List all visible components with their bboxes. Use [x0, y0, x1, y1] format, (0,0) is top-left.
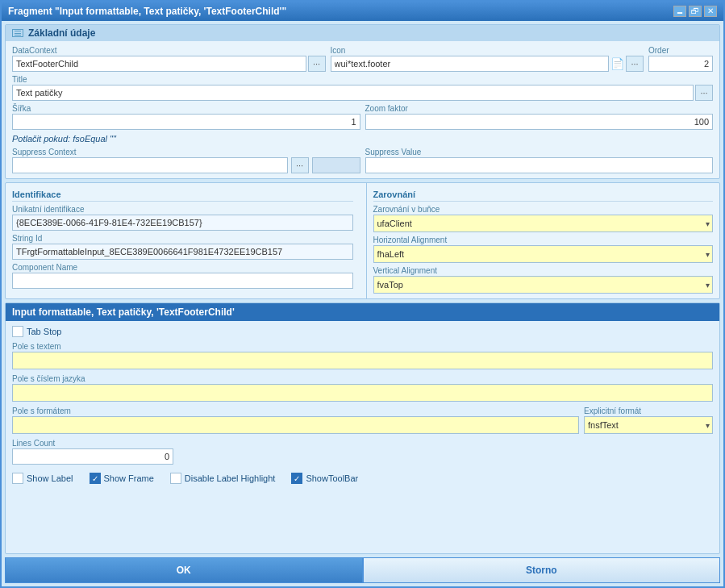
component-name-label: Component Name	[12, 263, 353, 272]
lines-count-input[interactable]	[12, 448, 173, 465]
pole-textem-input[interactable]	[12, 352, 713, 369]
vertical-label: Vertical Alignment	[373, 266, 714, 275]
minimize-button[interactable]: 🗕	[673, 6, 686, 17]
window-title: Fragment "Input formattable, Text patičk…	[8, 6, 286, 17]
horizontal-field: Horizontal Alignment fhaLeft	[373, 236, 714, 263]
datacontext-browse-button[interactable]: ···	[308, 56, 326, 72]
checkboxes-row: Show Label Show Frame Disable Label High…	[12, 469, 713, 487]
storno-button[interactable]: Storno	[363, 557, 721, 583]
icon-field: Icon 📄 ···	[331, 46, 644, 72]
component-name-field: Component Name	[12, 263, 353, 289]
zarovnani-panel: Zarovnání Zarovnání v buňce ufaClient Ho…	[366, 183, 720, 298]
suppress-context-label: Suppress Context	[12, 148, 360, 156]
show-label-item: Show Label	[12, 473, 73, 484]
icon-input[interactable]	[331, 56, 610, 72]
show-toolbar-text: ShowToolBar	[306, 473, 358, 483]
component-name-input[interactable]	[12, 273, 353, 289]
ok-button[interactable]: OK	[5, 557, 363, 583]
title-field: Title ···	[12, 75, 713, 101]
order-input[interactable]	[648, 56, 713, 72]
row-sirka: Šířka Zoom faktor	[12, 104, 713, 130]
show-frame-checkbox[interactable]	[90, 473, 101, 484]
show-frame-text: Show Frame	[104, 473, 154, 483]
explicitni-label: Explicitní formát	[584, 407, 713, 415]
zakladni-udaje-form: DataContext ··· Icon 📄 ···	[6, 41, 719, 178]
icon-file-icon: 📄	[610, 57, 624, 70]
row-datacontext: DataContext ··· Icon 📄 ···	[12, 46, 713, 72]
suppress-context-action-button[interactable]	[312, 157, 360, 173]
show-label-checkbox[interactable]	[12, 473, 23, 484]
zoom-input[interactable]	[365, 114, 714, 130]
row-formatem: Pole s formátem Explicitní formát fnsfTe…	[12, 407, 713, 434]
title-input[interactable]	[12, 85, 694, 101]
zarovnani-bunce-field: Zarovnání v buňce ufaClient	[373, 205, 714, 232]
zakladni-udaje-label: Základní údaje	[28, 27, 95, 39]
pole-textem-field: Pole s textem	[12, 342, 713, 369]
zarovnani-bunce-select[interactable]: ufaClient	[373, 215, 714, 232]
zakladni-udaje-header: Základní údaje	[6, 25, 719, 41]
string-id-label: String Id	[12, 234, 353, 243]
window-content: Základní údaje DataContext ··· Icon	[2, 21, 723, 586]
row-title: Title ···	[12, 75, 713, 101]
order-label: Order	[648, 46, 713, 55]
order-field: Order	[648, 46, 713, 72]
main-window: Fragment "Input formattable, Text patičk…	[0, 0, 725, 588]
show-toolbar-item: ShowToolBar	[291, 473, 358, 484]
string-id-field: String Id	[12, 234, 353, 260]
suppress-context-browse-button[interactable]: ···	[291, 157, 309, 173]
title-label: Title	[12, 75, 713, 84]
suppress-context-input[interactable]	[12, 157, 288, 173]
bottom-section-header: Input formattable, Text patičky, 'TextFo…	[6, 303, 719, 321]
horizontal-select[interactable]: fhaLeft	[373, 245, 714, 263]
explicitni-field: Explicitní formát fnsfText	[584, 407, 713, 434]
pole-formatem-field: Pole s formátem	[12, 407, 579, 434]
tab-stop-checkbox[interactable]	[12, 326, 23, 337]
unikatni-field: Unikatní identifikace	[12, 205, 353, 231]
zarovnani-label: Zarovnání	[373, 188, 714, 202]
suppress-value-field: Suppress Value	[365, 148, 714, 173]
show-frame-item: Show Frame	[90, 473, 154, 484]
zoom-field: Zoom faktor	[365, 104, 714, 130]
identifikace-zarovnani-grid: Identifikace Unikatní identifikace Strin…	[6, 183, 719, 298]
sirka-input[interactable]	[12, 114, 360, 130]
pole-formatem-input[interactable]	[12, 416, 579, 434]
close-button[interactable]: ✕	[704, 6, 717, 17]
suppress-value-label: Suppress Value	[365, 148, 714, 156]
lines-count-row: Lines Count	[12, 439, 713, 465]
datacontext-field: DataContext ···	[12, 46, 326, 72]
sirka-label: Šířka	[12, 104, 360, 113]
disable-label-item: Disable Label Highlight	[170, 473, 276, 484]
zoom-label: Zoom faktor	[365, 104, 714, 113]
condition-row: Potlačit pokud: fsoEqual ""	[12, 133, 713, 144]
show-toolbar-checkbox[interactable]	[291, 473, 302, 484]
show-label-text: Show Label	[27, 473, 73, 483]
explicitni-select[interactable]: fnsfText	[584, 416, 713, 434]
maximize-button[interactable]: 🗗	[689, 6, 702, 17]
suppress-context-field: Suppress Context ···	[12, 148, 360, 173]
unikatni-input	[12, 215, 353, 231]
string-id-input	[12, 244, 353, 260]
datacontext-label: DataContext	[12, 46, 326, 55]
tab-stop-row: Tab Stop	[12, 326, 713, 337]
icon-browse-button[interactable]: ···	[626, 56, 644, 72]
datacontext-input[interactable]	[12, 56, 306, 72]
pole-textem-label: Pole s textem	[12, 342, 713, 351]
zarovnani-bunce-label: Zarovnání v buňce	[373, 205, 714, 214]
identifikace-zarovnani-section: Identifikace Unikatní identifikace Strin…	[5, 182, 720, 299]
pole-cislem-input[interactable]	[12, 384, 713, 402]
tab-stop-label: Tab Stop	[27, 327, 61, 336]
disable-label-text: Disable Label Highlight	[185, 473, 276, 483]
disable-label-checkbox[interactable]	[170, 473, 181, 484]
vertical-select[interactable]: fvaTop	[373, 276, 714, 294]
header-icon	[12, 29, 23, 37]
bottom-section-content: Tab Stop Pole s textem Pole s číslem jaz…	[6, 321, 719, 492]
bottom-section: Input formattable, Text patičky, 'TextFo…	[5, 302, 720, 554]
zakladni-udaje-section: Základní údaje DataContext ··· Icon	[5, 24, 720, 179]
icon-label: Icon	[331, 46, 644, 55]
title-browse-button[interactable]: ···	[695, 85, 713, 101]
identifikace-panel: Identifikace Unikatní identifikace Strin…	[6, 183, 360, 298]
suppress-value-input[interactable]	[365, 157, 714, 173]
unikatni-label: Unikatní identifikace	[12, 205, 353, 214]
footer-buttons: OK Storno	[5, 557, 720, 583]
lines-count-spacer	[178, 439, 713, 465]
